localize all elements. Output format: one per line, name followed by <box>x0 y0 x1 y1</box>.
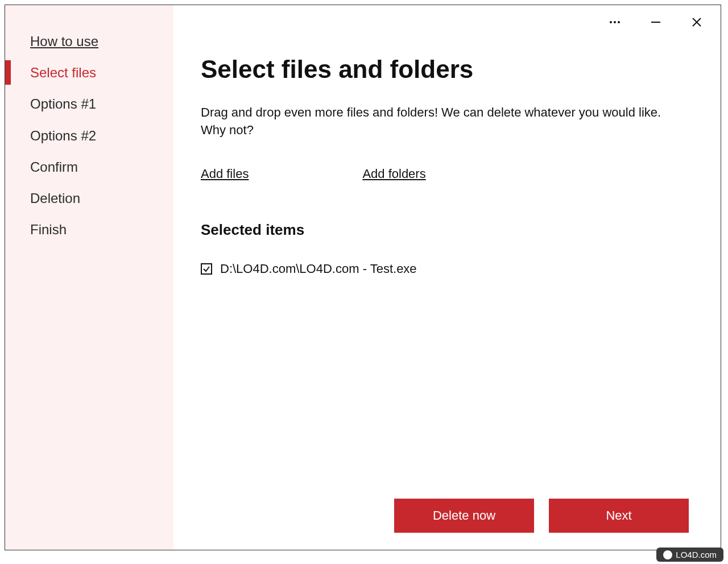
sidebar-item-confirm[interactable]: Confirm <box>5 151 173 183</box>
sidebar-item-deletion[interactable]: Deletion <box>5 183 173 214</box>
svg-point-2 <box>618 21 620 23</box>
svg-point-0 <box>610 21 612 23</box>
next-button[interactable]: Next <box>549 499 689 533</box>
more-icon[interactable] <box>602 11 627 34</box>
item-checkbox[interactable] <box>201 263 212 275</box>
watermark-badge: LO4D.com <box>656 548 723 562</box>
add-folders-link[interactable]: Add folders <box>362 167 425 181</box>
svg-point-1 <box>614 21 616 23</box>
sidebar-item-finish[interactable]: Finish <box>5 214 173 245</box>
delete-now-button[interactable]: Delete now <box>394 499 534 533</box>
sidebar-item-how-to-use[interactable]: How to use <box>5 26 173 57</box>
titlebar <box>602 5 721 34</box>
item-path: D:\LO4D.com\LO4D.com - Test.exe <box>220 262 417 276</box>
app-window: How to use Select files Options #1 Optio… <box>5 5 721 550</box>
sidebar-item-options-2[interactable]: Options #2 <box>5 120 173 151</box>
watermark-logo-icon <box>663 550 672 559</box>
selected-items-heading: Selected items <box>201 221 689 239</box>
sidebar-item-select-files[interactable]: Select files <box>5 57 173 88</box>
page-description: Drag and drop even more files and folder… <box>201 104 667 139</box>
close-icon[interactable] <box>684 11 709 34</box>
add-files-link[interactable]: Add files <box>201 167 249 181</box>
sidebar: How to use Select files Options #1 Optio… <box>5 5 173 550</box>
add-links: Add files Add folders <box>201 167 689 181</box>
main-content: Select files and folders Drag and drop e… <box>173 5 721 550</box>
page-title: Select files and folders <box>201 55 689 84</box>
selected-item-row: D:\LO4D.com\LO4D.com - Test.exe <box>201 262 689 276</box>
sidebar-item-options-1[interactable]: Options #1 <box>5 88 173 119</box>
footer-buttons: Delete now Next <box>394 499 689 533</box>
watermark-text: LO4D.com <box>676 550 717 559</box>
minimize-icon[interactable] <box>643 11 668 34</box>
